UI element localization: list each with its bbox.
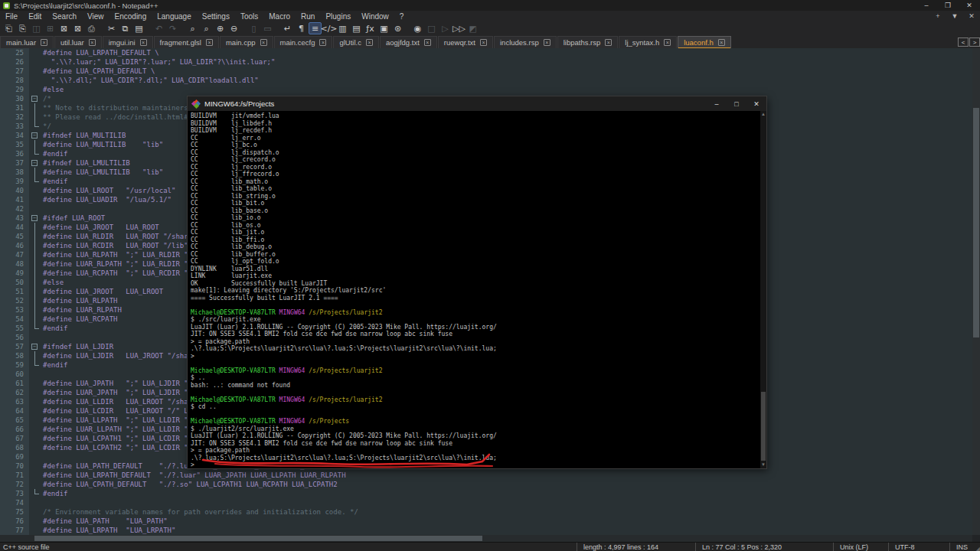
status-eol-format[interactable]: Unix (LF) bbox=[833, 543, 888, 551]
terminal-minimize-button[interactable]: – bbox=[707, 96, 727, 111]
editor-vertical-scrollbar[interactable] bbox=[972, 48, 980, 535]
fold-start-icon[interactable]: − bbox=[29, 131, 41, 140]
window-restore-button[interactable]: ❐ bbox=[937, 0, 959, 11]
fold-start-icon[interactable]: − bbox=[29, 158, 41, 168]
tab-libpaths.rsp[interactable]: libpaths.rsp× bbox=[557, 36, 619, 48]
tab-includes.rsp[interactable]: includes.rsp× bbox=[494, 36, 557, 48]
tab-close-icon[interactable]: × bbox=[664, 39, 671, 46]
tab-glUtil.c[interactable]: glUtil.c× bbox=[333, 36, 379, 48]
menu-window[interactable]: Window bbox=[356, 11, 394, 21]
tab-close-icon[interactable]: × bbox=[140, 39, 147, 46]
status-insert-mode[interactable]: INS bbox=[949, 543, 971, 551]
window-close-button[interactable]: ✕ bbox=[959, 0, 980, 11]
window-minimize-button[interactable]: – bbox=[916, 0, 937, 11]
tab-main.cecfg[interactable]: main.cecfg× bbox=[274, 36, 333, 48]
tab-main.cpp[interactable]: main.cpp× bbox=[220, 36, 273, 48]
tab-util.luar[interactable]: util.luar× bbox=[54, 36, 102, 48]
menu-run[interactable]: Run bbox=[296, 11, 320, 21]
menu-file[interactable]: File bbox=[0, 11, 23, 21]
doc-list-arrow-button[interactable]: ▼ bbox=[946, 12, 963, 20]
menu-encoding[interactable]: Encoding bbox=[109, 11, 152, 21]
tab-close-icon[interactable]: × bbox=[424, 39, 431, 46]
sync-horizontal-icon[interactable]: ▭ bbox=[261, 22, 274, 34]
tab-fragment.glsl[interactable]: fragment.glsl× bbox=[154, 36, 219, 48]
zoom-out-icon[interactable]: ⊖ bbox=[227, 22, 240, 34]
run-macro-multiple-icon[interactable]: ▷▷ bbox=[452, 22, 466, 34]
tab-luaconf.h[interactable]: luaconf.h× bbox=[678, 36, 731, 48]
editor-horizontal-scrollbar[interactable] bbox=[0, 535, 972, 542]
save-icon[interactable]: ◫ bbox=[30, 22, 43, 34]
menu-language[interactable]: Language bbox=[152, 11, 197, 21]
tab-aogjfdg.txt[interactable]: aogjfdg.txt× bbox=[380, 36, 437, 48]
tab-close-icon[interactable]: × bbox=[480, 39, 487, 46]
menu-search[interactable]: Search bbox=[47, 11, 82, 21]
tab-close-icon[interactable]: × bbox=[366, 39, 373, 46]
print-icon[interactable]: ⎙ bbox=[85, 22, 98, 34]
copy-icon[interactable]: ⧉ bbox=[119, 22, 132, 34]
terminal-scroll-up-icon[interactable]: ▲ bbox=[760, 111, 766, 118]
replace-icon[interactable]: ⌕ bbox=[200, 22, 213, 34]
tab-close-icon[interactable]: × bbox=[319, 39, 326, 46]
indent-guide-icon[interactable]: ≡ bbox=[309, 22, 322, 34]
monitoring-icon[interactable]: ▣ bbox=[377, 22, 390, 34]
hscroll-thumb[interactable] bbox=[34, 536, 482, 541]
save-macro-icon[interactable]: ◩ bbox=[466, 22, 479, 34]
new-file-icon[interactable]: ⎗ bbox=[2, 22, 15, 34]
terminal-scroll-thumb[interactable] bbox=[761, 392, 766, 461]
menu-tools[interactable]: Tools bbox=[235, 11, 263, 21]
tab-ruewqr.txt[interactable]: ruewqr.txt× bbox=[438, 36, 493, 48]
doc-map-icon[interactable]: ▥ bbox=[336, 22, 349, 34]
stop-macro-icon[interactable]: □ bbox=[425, 22, 438, 34]
tab-lj_syntax.h[interactable]: lj_syntax.h× bbox=[619, 36, 677, 48]
paste-icon[interactable]: ▤ bbox=[132, 22, 145, 34]
word-wrap-icon[interactable]: ↵ bbox=[281, 22, 294, 34]
show-all-chars-icon[interactable]: ¶ bbox=[295, 22, 308, 34]
new-tab-button[interactable]: + bbox=[929, 12, 946, 20]
tab-close-icon[interactable]: × bbox=[718, 39, 725, 46]
save-all-icon[interactable]: ⊞ bbox=[44, 22, 57, 34]
play-macro-icon[interactable]: ▷ bbox=[439, 22, 452, 34]
terminal-close-button[interactable]: ✕ bbox=[746, 96, 766, 111]
record-macro-icon[interactable]: ◉ bbox=[411, 22, 424, 34]
undo-icon[interactable]: ↶ bbox=[152, 22, 165, 34]
fold-start-icon[interactable]: − bbox=[29, 214, 41, 223]
vscroll-thumb[interactable] bbox=[973, 108, 979, 337]
menu-edit[interactable]: Edit bbox=[23, 11, 47, 21]
fold-start-icon[interactable]: − bbox=[29, 94, 41, 103]
find-icon[interactable]: ⌕ bbox=[186, 22, 199, 34]
close-file-icon[interactable]: ⊠ bbox=[57, 22, 70, 34]
menu-macro[interactable]: Macro bbox=[263, 11, 296, 21]
redo-icon[interactable]: ↷ bbox=[166, 22, 179, 34]
terminal-scrollbar[interactable]: ▲ ▼ bbox=[760, 111, 766, 468]
menu-plugins[interactable]: Plugins bbox=[320, 11, 356, 21]
tab-close-icon[interactable]: × bbox=[89, 39, 96, 46]
doc-list-icon[interactable]: ▤ bbox=[350, 22, 363, 34]
function-completion-icon[interactable]: ƒx bbox=[364, 22, 377, 34]
menu-?[interactable]: ? bbox=[394, 11, 410, 21]
fold-start-icon[interactable]: − bbox=[29, 342, 41, 351]
menu-view[interactable]: View bbox=[82, 11, 109, 21]
menu-settings[interactable]: Settings bbox=[197, 11, 235, 21]
close-doc-button[interactable]: ✕ bbox=[963, 12, 980, 20]
mintty-terminal-window[interactable]: MINGW64:/s/Projects – □ ✕ BUILDVM jit/vm… bbox=[188, 96, 766, 468]
function-list-icon[interactable]: </> bbox=[322, 22, 335, 34]
terminal-title-bar[interactable]: MINGW64:/s/Projects – □ ✕ bbox=[188, 96, 766, 111]
tab-close-icon[interactable]: × bbox=[41, 39, 47, 46]
tab-close-icon[interactable]: × bbox=[544, 39, 550, 46]
tab-scroll-right-button[interactable]: > bbox=[969, 37, 980, 47]
close-all-icon[interactable]: ⊠ bbox=[71, 22, 84, 34]
tab-close-icon[interactable]: × bbox=[206, 39, 213, 46]
open-file-icon[interactable]: ⎘ bbox=[16, 22, 29, 34]
terminal-output[interactable]: BUILDVM jit/vmdef.luaBUILDVM lj_libdef.h… bbox=[188, 111, 760, 468]
tab-imgui.ini[interactable]: imgui.ini× bbox=[103, 36, 153, 48]
zoom-in-icon[interactable]: ⊕ bbox=[214, 22, 227, 34]
tab-main.luar[interactable]: main.luar× bbox=[0, 36, 54, 48]
tab-close-icon[interactable]: × bbox=[605, 39, 612, 46]
settings-icon[interactable]: ⊛ bbox=[391, 22, 404, 34]
terminal-scroll-down-icon[interactable]: ▼ bbox=[760, 461, 766, 468]
terminal-maximize-button[interactable]: □ bbox=[727, 96, 746, 111]
tab-scroll-left-button[interactable]: < bbox=[958, 37, 969, 47]
tab-close-icon[interactable]: × bbox=[260, 39, 267, 46]
sync-vertical-icon[interactable]: ▯ bbox=[247, 22, 260, 34]
cut-icon[interactable]: ✂ bbox=[105, 22, 118, 34]
